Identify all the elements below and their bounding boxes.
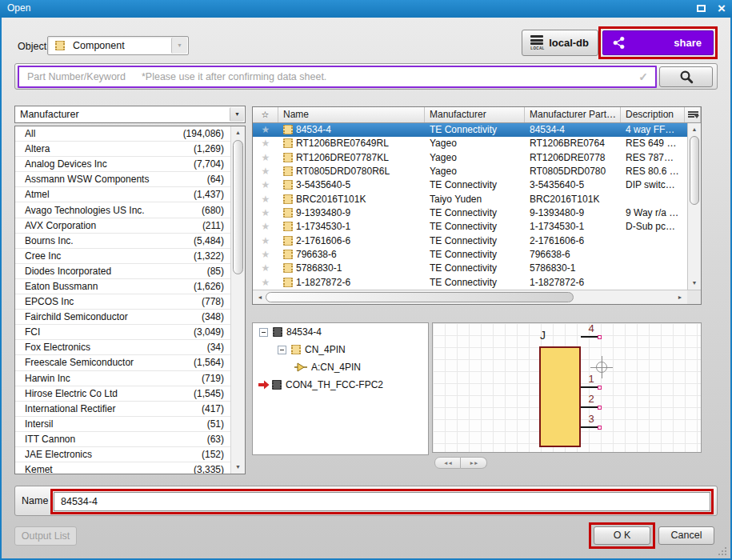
close-icon[interactable]: × <box>718 0 726 18</box>
tree-node-footprint[interactable]: CON4_TH_FCC-FPC2 <box>253 376 428 394</box>
star-icon[interactable]: ★ <box>253 206 278 220</box>
star-icon[interactable]: ★ <box>253 234 278 248</box>
star-icon[interactable]: ★ <box>253 220 278 234</box>
star-icon[interactable]: ★ <box>253 123 278 137</box>
table-row[interactable]: ★ 796638-6 TE Connectivity 796638-6 <box>253 248 687 262</box>
star-icon[interactable]: ★ <box>253 276 278 290</box>
manufacturer-name: All <box>25 128 183 139</box>
star-icon[interactable]: ★ <box>253 248 278 262</box>
name-label: Name <box>22 486 48 515</box>
output-list-button[interactable]: Output List <box>14 526 77 546</box>
tree-node-component[interactable]: 84534-4 <box>253 323 428 341</box>
star-icon[interactable]: ★ <box>253 262 278 275</box>
previous-symbol-button[interactable]: ◄◄ <box>434 457 461 469</box>
manufacturer-list-item[interactable]: Kemet (3,335) <box>15 462 230 474</box>
search-button[interactable] <box>659 66 713 87</box>
manufacturer-scrollbar-thumb[interactable] <box>233 140 243 274</box>
object-type-dropdown-button[interactable]: ▼ <box>171 38 187 54</box>
resize-grip[interactable] <box>718 547 726 555</box>
manufacturer-list-item[interactable]: EPCOS Inc (778) <box>15 294 230 310</box>
manufacturer-count: (63) <box>207 434 224 445</box>
star-icon[interactable]: ★ <box>253 178 278 192</box>
star-icon[interactable]: ★ <box>253 151 278 165</box>
manufacturer-list-item[interactable]: Assmann WSW Components (64) <box>15 172 230 187</box>
table-hscroll-thumb[interactable] <box>266 292 574 302</box>
ok-button[interactable]: O K <box>594 526 650 545</box>
row-name-cell: 3-5435640-5 <box>278 178 425 192</box>
tree-node-gate[interactable]: A:CN_4PIN <box>253 358 428 376</box>
manufacturer-count: (1,564) <box>194 357 224 368</box>
part-number-search-input[interactable]: Part Number/Keyword*Please use it after … <box>18 66 657 88</box>
column-filter-button[interactable] <box>685 107 701 122</box>
table-vertical-scrollbar[interactable]: ▲ ▼ <box>687 123 701 290</box>
manufacturer-count: (7,704) <box>194 158 224 170</box>
share-button[interactable]: share <box>602 30 714 55</box>
manufacturer-list-item[interactable]: Atmel (1,437) <box>15 187 230 202</box>
scroll-right-icon[interactable]: ► <box>674 290 686 304</box>
table-vscroll-thumb[interactable] <box>690 136 699 205</box>
manufacturer-list-item[interactable]: Fairchild Semiconductor (348) <box>15 310 230 325</box>
gate-icon <box>294 362 307 372</box>
table-row[interactable]: ★ 1-1827872-6 TE Connectivity 1-1827872-… <box>253 276 687 290</box>
name-column-header[interactable]: Name <box>278 107 425 122</box>
manufacturer-list-item[interactable]: International Rectifier (417) <box>15 402 230 417</box>
manufacturer-list-item[interactable]: Harwin Inc (719) <box>15 371 230 386</box>
manufacturer-list-item[interactable]: Freescale Semiconductor (1,564) <box>15 355 230 370</box>
table-row[interactable]: ★ 2-1761606-6 TE Connectivity 2-1761606-… <box>253 234 687 248</box>
favorite-column-header[interactable]: ☆ <box>253 107 278 122</box>
manufacturer-list-item[interactable]: Avago Technologies US Inc. (680) <box>15 202 230 218</box>
row-mpn-cell: 3-5435640-5 <box>525 178 621 192</box>
table-row[interactable]: ★ 5786830-1 TE Connectivity 5786830-1 <box>253 262 687 275</box>
scroll-up-icon[interactable]: ▲ <box>688 124 701 135</box>
table-horizontal-scrollbar[interactable]: ◄ ► <box>253 290 687 304</box>
manufacturer-scrollbar[interactable]: ▲ ▼ <box>230 126 245 474</box>
cancel-button[interactable]: Cancel <box>658 526 714 545</box>
symbol-body <box>539 346 581 447</box>
tree-node-symbol-group[interactable]: CN_4PIN <box>253 341 428 358</box>
star-icon[interactable]: ★ <box>253 193 278 206</box>
scroll-down-icon[interactable]: ▼ <box>688 278 701 289</box>
manufacturer-list-item[interactable]: Bourns Inc. (5,484) <box>15 234 230 249</box>
scroll-up-icon[interactable]: ▲ <box>231 127 245 138</box>
manufacturer-list-item[interactable]: Cree Inc (1,322) <box>15 249 230 264</box>
local-db-button[interactable]: LOCAL local-db <box>522 30 598 56</box>
row-manufacturer-cell: TE Connectivity <box>425 206 525 220</box>
manufacturer-list-item[interactable]: Fox Electronics (34) <box>15 340 230 355</box>
manufacturer-list-item[interactable]: Diodes Incorporated (85) <box>15 264 230 279</box>
table-row[interactable]: ★ RT1206BRE07649RL Yageo RT1206BRE0764 R… <box>253 137 687 150</box>
maximize-icon[interactable] <box>697 5 706 12</box>
collapse-icon[interactable] <box>278 346 286 354</box>
manufacturer-list-item[interactable]: Altera (1,269) <box>15 142 230 157</box>
object-type-select[interactable]: Component ▼ <box>47 36 189 55</box>
manufacturer-filter-select[interactable]: Manufacturer ▼ <box>14 106 246 123</box>
next-symbol-button[interactable]: ►► <box>461 457 487 469</box>
manufacturer-list-item[interactable]: Hirose Electric Co Ltd (1,545) <box>15 386 230 402</box>
table-row[interactable]: ★ 84534-4 TE Connectivity 84534-4 4 way … <box>253 123 687 137</box>
manufacturer-list-item[interactable]: FCI (3,049) <box>15 325 230 340</box>
table-row[interactable]: ★ RT0805DRD0780R6L Yageo RT0805DRD0780 R… <box>253 165 687 178</box>
manufacturer-count: (348) <box>202 311 224 322</box>
mpn-column-header[interactable]: Manufacturer Part… <box>525 107 621 122</box>
manufacturer-list-item[interactable]: ITT Cannon (63) <box>15 432 230 447</box>
scroll-left-icon[interactable]: ◄ <box>254 290 266 304</box>
manufacturer-column-header[interactable]: Manufacturer <box>425 107 525 122</box>
table-row[interactable]: ★ BRC2016T101K Taiyo Yuden BRC2016T101K <box>253 193 687 206</box>
manufacturer-list-item[interactable]: AVX Corporation (211) <box>15 218 230 234</box>
description-column-header[interactable]: Description <box>621 107 685 122</box>
star-icon[interactable]: ★ <box>253 137 278 150</box>
manufacturer-list-item[interactable]: Analog Devices Inc (7,704) <box>15 157 230 172</box>
manufacturer-list-item[interactable]: Intersil (51) <box>15 417 230 432</box>
manufacturer-list-item[interactable]: JAE Electronics (152) <box>15 447 230 462</box>
manufacturer-filter-dropdown-button[interactable]: ▼ <box>230 107 244 122</box>
scroll-down-icon[interactable]: ▼ <box>231 462 245 473</box>
table-row[interactable]: ★ RT1206DRE07787KL Yageo RT1206DRE0778 R… <box>253 151 687 165</box>
table-row[interactable]: ★ 3-5435640-5 TE Connectivity 3-5435640-… <box>253 178 687 192</box>
name-input[interactable]: 84534-4 <box>54 492 710 511</box>
manufacturer-list-item[interactable]: Eaton Bussmann (1,626) <box>15 279 230 294</box>
manufacturer-list-item[interactable]: All (194,086) <box>15 126 230 142</box>
table-row[interactable]: ★ 1-1734530-1 TE Connectivity 1-1734530-… <box>253 220 687 234</box>
star-icon[interactable]: ★ <box>253 165 278 178</box>
collapse-icon[interactable] <box>259 328 268 337</box>
table-row[interactable]: ★ 9-1393480-9 TE Connectivity 9-1393480-… <box>253 206 687 220</box>
row-mpn-cell: 1-1827872-6 <box>525 276 621 290</box>
